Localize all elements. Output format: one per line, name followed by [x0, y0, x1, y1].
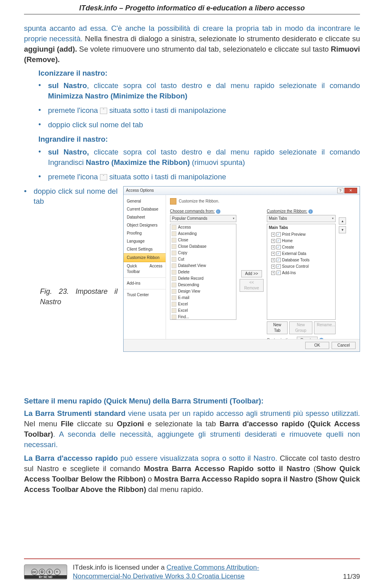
- tree-item-label: Home: [282, 238, 293, 244]
- tree-item[interactable]: +✓Database Tools: [267, 257, 335, 263]
- list-item[interactable]: Excel: [170, 307, 236, 314]
- list-item[interactable]: Cut: [170, 256, 236, 263]
- b2-pre: premete l'icona: [48, 106, 100, 114]
- list-item-label: Copy: [178, 250, 187, 256]
- license-link[interactable]: Creative Commons Attribution-: [166, 564, 259, 571]
- b1-text: , cliccate sopra col tasto destro e dal …: [87, 81, 360, 90]
- list-item[interactable]: Access: [170, 224, 236, 231]
- nc-icon: $: [46, 569, 53, 575]
- commands-list[interactable]: AccessAscendingCloseClose DatabaseCopyCu…: [170, 224, 236, 320]
- nav-language[interactable]: Language: [124, 237, 166, 245]
- list-item[interactable]: Datasheet View: [170, 263, 236, 269]
- move-up-button[interactable]: ▴: [339, 217, 346, 225]
- expand-icon[interactable]: +: [271, 233, 275, 237]
- move-down-button[interactable]: ▾: [339, 226, 346, 233]
- qat-strong: La Barra d'accesso rapido: [24, 454, 118, 462]
- help-button[interactable]: ?: [337, 188, 344, 193]
- b1-strong: sul Nastro: [48, 81, 87, 90]
- checkbox[interactable]: ✓: [276, 245, 281, 249]
- list-item[interactable]: E-mail: [170, 295, 236, 301]
- nav-addins[interactable]: Add-ins: [124, 279, 166, 287]
- command-icon: [172, 257, 176, 262]
- expand-icon[interactable]: +: [271, 252, 275, 256]
- list-item[interactable]: Descending: [170, 282, 236, 288]
- cancel-button[interactable]: Cancel: [332, 342, 356, 349]
- list-item[interactable]: Ascending: [170, 231, 236, 237]
- nav-proofing[interactable]: Proofing: [124, 229, 166, 237]
- list-item-label: E-mail: [178, 295, 189, 301]
- nav-datasheet[interactable]: Datasheet: [124, 213, 166, 221]
- tree-item-label: Create: [282, 245, 294, 250]
- remove-button[interactable]: << Remove: [240, 279, 264, 292]
- tree-item[interactable]: +✓Create: [267, 244, 335, 251]
- qat-or: o: [146, 475, 154, 483]
- nav-client-settings[interactable]: Client Settings: [124, 245, 166, 253]
- ok-button[interactable]: OK: [305, 342, 329, 349]
- list-item-label: Access: [178, 225, 191, 230]
- rename-button[interactable]: Rename...: [314, 321, 336, 334]
- intro-text-2: Nella finestra di dialogo a sinistra, se…: [85, 34, 360, 43]
- list-item-label: Excel: [178, 301, 188, 307]
- by-icon: ①: [39, 569, 45, 575]
- commands-from-select[interactable]: Popular Commands: [170, 215, 236, 222]
- new-group-button[interactable]: New Group: [289, 321, 312, 334]
- info-icon-2[interactable]: i: [308, 209, 313, 214]
- expand-icon[interactable]: +: [271, 258, 275, 262]
- new-tab-button[interactable]: New Tab: [267, 321, 288, 334]
- info-icon-3[interactable]: i: [319, 338, 324, 339]
- tree-item[interactable]: +✓Home: [267, 238, 335, 244]
- command-icon: [172, 231, 176, 236]
- chevron-up-icon: ˆ: [100, 108, 107, 114]
- list-item[interactable]: Close Database: [170, 243, 236, 250]
- list-item-label: Excel: [178, 308, 188, 313]
- list-item[interactable]: Delete Record: [170, 275, 236, 282]
- cc-text-label: BY NC ND: [24, 575, 67, 579]
- command-icon: [172, 263, 176, 268]
- tree-item-label: Print Preview: [282, 232, 306, 237]
- tree-item[interactable]: +✓Source Control: [267, 263, 335, 270]
- list-item-label: Delete Record: [178, 276, 204, 281]
- expand-icon[interactable]: +: [271, 245, 275, 249]
- bullet-double-click-2: doppio click sul nome del tab: [24, 186, 118, 207]
- checkbox[interactable]: ✓: [276, 264, 281, 269]
- nav-object-designers[interactable]: Object Designers: [124, 221, 166, 229]
- list-item[interactable]: Copy: [170, 250, 236, 256]
- expand-icon[interactable]: +: [271, 265, 275, 269]
- bs-strong: La Barra Strumenti standard: [24, 409, 126, 417]
- list-item[interactable]: Excel: [170, 301, 236, 307]
- choose-commands-label: Choose commands from: i: [170, 209, 236, 214]
- ribbon-tabs-select[interactable]: Main Tabs: [267, 215, 336, 222]
- expand-icon[interactable]: +: [271, 271, 275, 275]
- intro-paragraph: spunta accanto ad essa. C'è anche la pos…: [24, 23, 360, 65]
- nav-current-db[interactable]: Current Database: [124, 205, 166, 213]
- list-item-label: Ascending: [178, 231, 197, 237]
- list-item[interactable]: Close: [170, 237, 236, 243]
- license-link-2[interactable]: Noncommercial-No Derivative Works 3.0 Cr…: [73, 572, 245, 580]
- ribbon-tree[interactable]: Main Tabs +✓Print Preview+✓Home+✓Create+…: [267, 224, 336, 320]
- checkbox[interactable]: ✓: [276, 232, 281, 237]
- nav-customize-ribbon[interactable]: Customize Ribbon: [124, 253, 166, 262]
- expand-icon[interactable]: +: [271, 239, 275, 243]
- page-header: ITdesk.info – Progetto informatico di e-…: [24, 0, 360, 14]
- reset-button[interactable]: Reset ▾: [297, 337, 318, 339]
- bs-t4: e selezionate la tab: [144, 419, 220, 428]
- list-item[interactable]: Find...: [170, 314, 236, 320]
- list-item[interactable]: Design View: [170, 288, 236, 295]
- close-button[interactable]: ✕: [344, 188, 357, 193]
- list-item[interactable]: Delete: [170, 269, 236, 275]
- tree-item[interactable]: +✓Print Preview: [267, 231, 335, 238]
- checkbox[interactable]: ✓: [276, 271, 281, 275]
- add-button[interactable]: Add >>: [241, 270, 262, 277]
- checkbox[interactable]: ✓: [276, 258, 281, 262]
- nav-general[interactable]: General: [124, 197, 166, 205]
- list-item-label: Close: [178, 237, 188, 243]
- command-icon: [172, 289, 176, 294]
- tree-item[interactable]: +✓External Data: [267, 251, 335, 257]
- nav-quick-access[interactable]: Quick Access Toolbar: [124, 262, 166, 276]
- checkbox[interactable]: ✓: [276, 239, 281, 243]
- nav-trust-center[interactable]: Trust Center: [124, 291, 166, 299]
- checkbox[interactable]: ✓: [276, 251, 281, 256]
- list-item-label: Cut: [178, 257, 184, 262]
- info-icon[interactable]: i: [216, 209, 220, 214]
- tree-item[interactable]: +✓Add-Ins: [267, 270, 335, 276]
